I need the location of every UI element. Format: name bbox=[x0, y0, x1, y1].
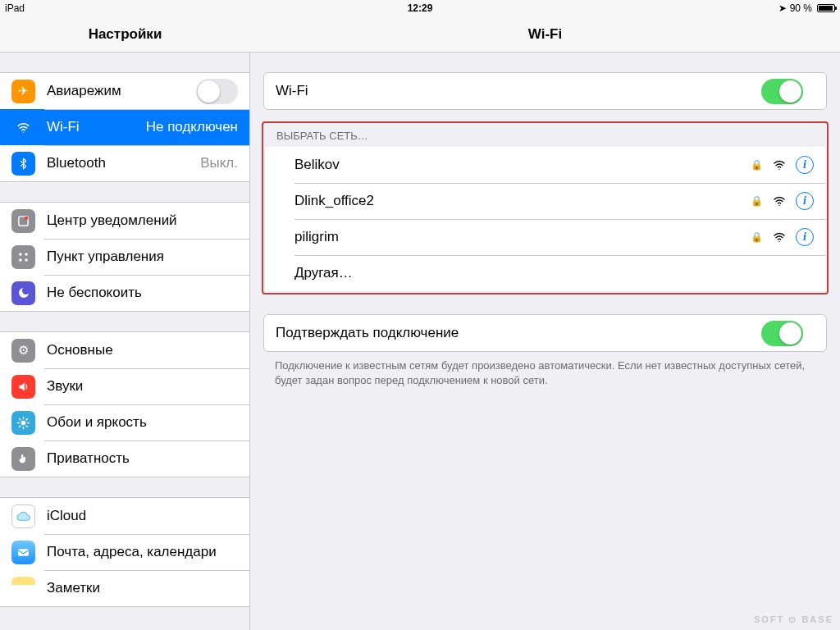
sidebar-item-notes[interactable]: Заметки bbox=[0, 570, 249, 606]
sidebar-item-wifi[interactable]: Wi-Fi Не подключен bbox=[0, 109, 249, 145]
other-network-row[interactable]: Другая… bbox=[265, 255, 825, 291]
wifi-master-row[interactable]: Wi-Fi bbox=[264, 73, 826, 109]
page-title: Wi-Fi bbox=[250, 16, 840, 52]
choose-network-header: ВЫБРАТЬ СЕТЬ… bbox=[265, 125, 825, 147]
sidebar-item-label: Bluetooth bbox=[47, 155, 200, 171]
airplane-toggle[interactable] bbox=[196, 79, 238, 104]
sidebar-item-label: Звуки bbox=[47, 378, 249, 395]
network-name: piligrim bbox=[294, 229, 751, 245]
lock-icon: 🔒 bbox=[751, 195, 763, 207]
sidebar-item-wallpaper[interactable]: Обои и яркость bbox=[0, 404, 249, 441]
other-network-label: Другая… bbox=[294, 265, 814, 281]
network-row[interactable]: Dlink_office2 🔒 i bbox=[265, 183, 825, 219]
sidebar-item-sounds[interactable]: Звуки bbox=[0, 368, 249, 404]
watermark: SOFT ⊙ BASE bbox=[754, 614, 833, 625]
status-bar: iPad 12:29 ➤ 90 % bbox=[0, 0, 840, 16]
svg-point-3 bbox=[25, 253, 28, 256]
sidebar-item-label: Обои и яркость bbox=[47, 414, 249, 431]
sidebar-item-label: Приватность bbox=[47, 450, 249, 467]
svg-point-2 bbox=[19, 253, 22, 256]
sidebar-item-label: iCloud bbox=[47, 508, 249, 524]
sidebar-item-label: Заметки bbox=[47, 580, 249, 596]
sidebar-item-bluetooth[interactable]: Bluetooth Выкл. bbox=[0, 145, 249, 181]
content-pane: Wi-Fi ВЫБРАТЬ СЕТЬ… Belikov 🔒 i Dlink_of… bbox=[250, 52, 840, 630]
sidebar: ✈ Авиарежим Wi-Fi Не подключен Bluetooth… bbox=[0, 52, 250, 630]
hand-icon bbox=[11, 447, 35, 471]
wifi-master-toggle[interactable] bbox=[761, 79, 803, 104]
battery-percent: 90 % bbox=[790, 2, 812, 14]
settings-title: Настройки bbox=[0, 16, 250, 52]
battery-icon bbox=[817, 4, 835, 12]
info-button[interactable]: i bbox=[796, 192, 814, 210]
networks-highlight: ВЫБРАТЬ СЕТЬ… Belikov 🔒 i Dlink_office2 … bbox=[262, 121, 829, 294]
svg-rect-7 bbox=[18, 549, 29, 556]
airplane-icon: ✈ bbox=[11, 80, 35, 103]
wifi-master-label: Wi-Fi bbox=[276, 83, 761, 99]
speaker-icon bbox=[11, 375, 35, 399]
network-name: Belikov bbox=[294, 157, 751, 173]
clock: 12:29 bbox=[408, 2, 433, 14]
signal-icon bbox=[773, 194, 786, 208]
wifi-icon bbox=[11, 116, 35, 139]
sidebar-item-airplane[interactable]: ✈ Авиарежим bbox=[0, 73, 249, 109]
signal-icon bbox=[773, 158, 786, 171]
sidebar-item-label: Авиарежим bbox=[47, 83, 196, 99]
sidebar-item-label: Wi-Fi bbox=[47, 119, 146, 135]
moon-icon bbox=[11, 281, 35, 305]
info-button[interactable]: i bbox=[796, 156, 814, 174]
signal-icon bbox=[773, 231, 786, 244]
ask-to-join-toggle[interactable] bbox=[761, 321, 803, 346]
sidebar-item-label: Почта, адреса, календари bbox=[47, 544, 249, 560]
cloud-icon bbox=[11, 504, 35, 528]
info-button[interactable]: i bbox=[796, 228, 814, 246]
sidebar-item-label: Основные bbox=[47, 342, 249, 358]
sidebar-item-dnd[interactable]: Не беспокоить bbox=[0, 275, 249, 311]
network-row[interactable]: Belikov 🔒 i bbox=[265, 147, 825, 183]
svg-point-5 bbox=[25, 258, 28, 262]
svg-point-1 bbox=[25, 216, 28, 219]
device-label: iPad bbox=[5, 2, 25, 14]
sidebar-item-label: Центр уведомлений bbox=[47, 212, 249, 229]
ask-to-join-row[interactable]: Подтверждать подключение bbox=[264, 315, 826, 351]
gear-icon: ⚙ bbox=[11, 339, 35, 363]
header-row: Настройки Wi-Fi bbox=[0, 16, 840, 52]
location-icon: ➤ bbox=[778, 2, 787, 14]
sidebar-item-status: Не подключен bbox=[146, 119, 238, 135]
sidebar-item-mail[interactable]: Почта, адреса, календари bbox=[0, 534, 249, 570]
sidebar-item-general[interactable]: ⚙ Основные bbox=[0, 332, 249, 368]
sidebar-item-status: Выкл. bbox=[200, 155, 238, 171]
sidebar-item-control-center[interactable]: Пункт управления bbox=[0, 239, 249, 275]
ask-to-join-footer: Подключение к известным сетям будет прои… bbox=[250, 352, 840, 387]
svg-point-6 bbox=[21, 420, 26, 425]
network-row[interactable]: piligrim 🔒 i bbox=[265, 219, 825, 255]
sidebar-item-icloud[interactable]: iCloud bbox=[0, 498, 249, 534]
brightness-icon bbox=[11, 411, 35, 435]
bluetooth-icon bbox=[11, 152, 35, 176]
control-center-icon bbox=[11, 245, 35, 269]
sidebar-item-label: Не беспокоить bbox=[47, 285, 249, 301]
mail-icon bbox=[11, 541, 35, 564]
notes-icon bbox=[11, 577, 35, 600]
lock-icon: 🔒 bbox=[751, 231, 763, 243]
notifications-icon bbox=[11, 209, 35, 233]
sidebar-item-notifications[interactable]: Центр уведомлений bbox=[0, 203, 249, 239]
sidebar-item-privacy[interactable]: Приватность bbox=[0, 441, 249, 477]
sidebar-item-label: Пункт управления bbox=[47, 249, 249, 265]
network-name: Dlink_office2 bbox=[294, 193, 751, 209]
lock-icon: 🔒 bbox=[751, 159, 763, 171]
svg-point-4 bbox=[19, 258, 22, 262]
ask-to-join-label: Подтверждать подключение bbox=[276, 325, 761, 341]
